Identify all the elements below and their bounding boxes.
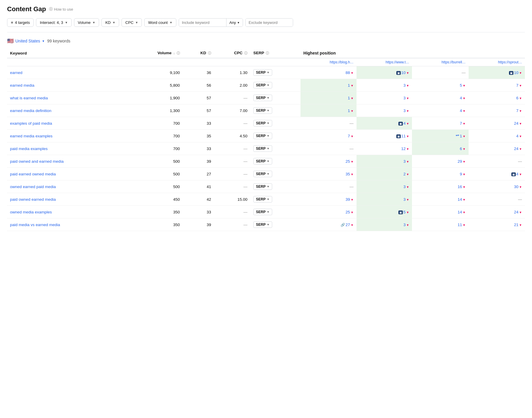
keyword-link[interactable]: earned media definition: [10, 108, 51, 113]
serp-cell: SERP▼: [250, 130, 301, 142]
serp-button[interactable]: SERP▼: [253, 133, 272, 139]
exclude-keyword-input[interactable]: [246, 19, 293, 27]
position-value: 4: [460, 108, 462, 113]
position-value: 29: [458, 159, 462, 164]
serp-cell: SERP▼: [250, 104, 301, 117]
position-cell: 1▼: [301, 92, 357, 104]
position-cell: 3▼: [357, 79, 412, 92]
include-keyword-field[interactable]: Any ▼: [179, 18, 243, 27]
table-row: paid media examples70033—SERP▼—12▼6▼24▼: [7, 142, 525, 155]
position-cell: 2▼: [357, 168, 412, 180]
serp-button[interactable]: SERP▼: [253, 107, 272, 114]
serp-button[interactable]: SERP▼: [253, 196, 272, 203]
include-keyword-input[interactable]: [179, 19, 226, 27]
serp-cell: SERP▼: [250, 218, 301, 231]
serp-button[interactable]: SERP▼: [253, 183, 272, 190]
position-cell: ▣11▼: [357, 130, 412, 142]
cpc-cell: 1.30: [214, 66, 250, 79]
cpc-cell: —: [214, 117, 250, 130]
down-arrow-icon: ▼: [351, 135, 354, 138]
down-arrow-icon: ▼: [406, 185, 409, 189]
serp-button[interactable]: SERP▼: [253, 145, 272, 152]
kd-cell: 41: [183, 180, 214, 193]
volume-cell: 700: [129, 130, 183, 142]
intersect-button[interactable]: Intersect: 4, 3 ▼: [36, 18, 72, 27]
position-value: 10: [514, 70, 518, 75]
down-arrow-icon: ▼: [351, 97, 354, 100]
position-icon: ❝❞: [456, 134, 460, 138]
serp-button[interactable]: SERP▼: [253, 69, 272, 76]
keyword-link[interactable]: earned media: [10, 83, 35, 88]
position-cell: 3▼: [357, 92, 412, 104]
position-cell: 7▼: [301, 130, 357, 142]
exclude-keyword-field[interactable]: [245, 18, 293, 27]
keyword-link[interactable]: paid owned and earned media: [10, 159, 64, 164]
position-icon: ▣: [396, 71, 401, 75]
table-row: owned earned paid media50041—SERP▼—3▼16▼…: [7, 180, 525, 193]
kd-button[interactable]: KD ▼: [101, 18, 119, 27]
serp-button[interactable]: SERP▼: [253, 171, 272, 177]
keyword-link[interactable]: owned media examples: [10, 210, 52, 214]
serp-button[interactable]: SERP▼: [253, 82, 272, 88]
position-value: 3: [403, 108, 406, 113]
cpc-cell: —: [214, 142, 250, 155]
down-arrow-icon: ▼: [351, 223, 354, 227]
serp-button[interactable]: SERP▼: [253, 209, 272, 215]
keyword-link[interactable]: paid media vs earned media: [10, 223, 60, 227]
keyword-link[interactable]: paid earned owned media: [10, 172, 56, 176]
volume-button[interactable]: Volume ▼: [74, 18, 99, 27]
down-arrow-icon: ▼: [406, 71, 409, 75]
down-arrow-icon: ▼: [463, 173, 466, 176]
down-arrow-icon: ▼: [351, 71, 354, 75]
position-value: 1: [348, 83, 350, 88]
serp-button[interactable]: SERP▼: [253, 120, 272, 126]
info-icon: ⓘ: [266, 51, 269, 55]
cpc-button[interactable]: CPC ▼: [121, 18, 142, 27]
keyword-link[interactable]: examples of paid media: [10, 121, 52, 126]
cpc-cell: —: [214, 155, 250, 168]
position-cell: —: [412, 66, 468, 79]
down-arrow-icon: ▼: [406, 173, 409, 176]
position-icon: 🔗: [341, 223, 346, 227]
position-value: 7: [516, 108, 519, 113]
volume-cell: 5,800: [129, 79, 183, 92]
country-row: 🇺🇸 United States ▼ 99 keywords: [7, 38, 525, 44]
serp-button[interactable]: SERP▼: [253, 158, 272, 164]
serp-cell: SERP▼: [250, 142, 301, 155]
keyword-link[interactable]: paid media examples: [10, 147, 48, 151]
serp-button[interactable]: SERP▼: [253, 95, 272, 101]
position-icon: ▣: [398, 121, 403, 126]
chevron-down-icon: ▼: [267, 198, 270, 201]
position-value: 24: [514, 147, 518, 151]
keyword-link[interactable]: what is earned media: [10, 96, 48, 100]
position-cell: 30▼: [469, 180, 525, 193]
position-cell: 7▼: [469, 79, 525, 92]
kd-cell: 33: [183, 206, 214, 218]
question-icon: ⓪: [49, 6, 53, 12]
position-cell: 21▼: [469, 218, 525, 231]
chevron-down-icon: ▼: [267, 147, 270, 150]
word-count-button[interactable]: Word count ▼: [144, 18, 176, 27]
cpc-cell: —: [214, 206, 250, 218]
position-cell: 24▼: [469, 206, 525, 218]
any-button[interactable]: Any ▼: [226, 19, 243, 27]
keyword-link[interactable]: owned earned paid media: [10, 185, 56, 189]
keyword-link[interactable]: earned: [10, 70, 22, 75]
keyword-link[interactable]: paid owned earned media: [10, 197, 56, 202]
down-arrow-icon: ▼: [519, 122, 522, 125]
targets-button[interactable]: ≡ 4 targets: [7, 18, 34, 27]
position-cell: 12▼: [357, 142, 412, 155]
info-icon: ⓘ: [177, 51, 180, 55]
how-to-use-link[interactable]: ⓪ How to use: [49, 6, 73, 12]
serp-button[interactable]: SERP▼: [253, 221, 272, 228]
position-value: 3: [403, 185, 406, 189]
position-value: 1: [348, 96, 350, 100]
country-selector[interactable]: 🇺🇸 United States ▼: [7, 38, 45, 44]
keyword-link[interactable]: earned media examples: [10, 134, 52, 138]
position-cell: 16▼: [412, 180, 468, 193]
down-arrow-icon: ▼: [351, 211, 354, 214]
chevron-down-icon: ▼: [267, 160, 270, 163]
position-cell: 4▼: [412, 104, 468, 117]
serp-column-header: SERP ⓘ: [250, 48, 301, 58]
position-value: 5: [460, 83, 462, 88]
